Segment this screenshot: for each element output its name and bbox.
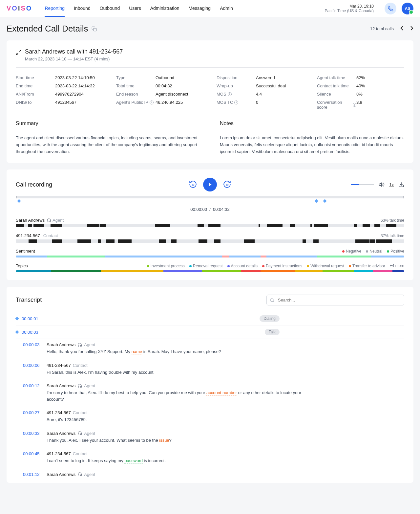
svg-text:10: 10 (226, 183, 228, 186)
highlight-keyword: name (132, 349, 142, 354)
transcript-line: 00:01:12 Sarah Andrews Agent (16, 469, 404, 483)
summary-title: Summary (16, 121, 200, 130)
rewind-icon: 10 (189, 180, 197, 189)
nav-users[interactable]: Users (129, 0, 141, 17)
line-time[interactable]: 00:00:12 (23, 383, 43, 402)
legend-item: Account details (227, 264, 258, 268)
line-time[interactable]: 00:00:03 (23, 342, 43, 355)
line-time[interactable]: 00:00:45 (23, 451, 43, 464)
total-calls: 12 total calls (370, 26, 394, 31)
line-time[interactable]: 00:00:06 (23, 363, 43, 376)
line-time[interactable]: 00:00:27 (23, 410, 43, 423)
line-text: I can't seem to log in. It keeps saying … (47, 458, 303, 464)
prev-call-button[interactable] (400, 26, 404, 32)
volume-icon[interactable] (379, 182, 385, 188)
transcript-card: Transcript 00:00:01Dialing00:00:03Talk 0… (7, 287, 413, 483)
play-button[interactable] (203, 178, 217, 191)
transcript-search-input[interactable] (266, 295, 404, 305)
meta-row: MOS i4.4 (217, 90, 304, 98)
summary-section: Summary The agent and client discussed v… (16, 121, 200, 155)
legend-item: Investment process (147, 264, 185, 268)
event-time[interactable]: 00:00:01 (22, 316, 41, 321)
sentiment-section: Sentiment NegativeNeutralPositive (16, 249, 404, 254)
transcript-event: 00:00:01Dialing (16, 312, 404, 325)
meta-row: Wrap-up Successful deal (217, 82, 304, 90)
meta-row: MOS TC i0 (217, 98, 304, 106)
nav-messaging[interactable]: Messaging (188, 0, 211, 17)
nav-administration[interactable]: Administration (150, 0, 179, 17)
playback-speed[interactable]: 1x (389, 182, 394, 187)
headset-icon (77, 384, 82, 388)
phone-button[interactable] (385, 3, 396, 14)
sentiment-bar (16, 256, 404, 257)
meta-row: Agent's Public IP i46.246.94.225 (116, 98, 203, 106)
meta-row: Total time 00:04:32 (116, 82, 203, 90)
nav-reporting[interactable]: Reporting (45, 0, 65, 17)
topics-more-link[interactable]: +4 more (390, 263, 404, 268)
recording-title: Call recording (16, 181, 52, 188)
highlight-keyword: issue (159, 438, 169, 443)
headset-icon (77, 343, 82, 347)
legend-item: Withdrawal request (307, 264, 344, 268)
rewind-10-button[interactable]: 10 (189, 180, 197, 190)
forward-10-button[interactable]: 10 (223, 180, 231, 190)
copy-icon[interactable] (92, 26, 97, 32)
agent-track: Sarah Andrews Agent 63% talk time (16, 218, 404, 227)
line-text: Hi Sarah, this is Alex. I'm having troub… (47, 369, 303, 376)
topics-section: Topics Investment processRemoval request… (16, 263, 404, 268)
meta-row: ANI/From 499976272904 (16, 90, 103, 98)
meta-row: End reason Agent disconnect (116, 90, 203, 98)
legend-item: Positive (387, 249, 404, 254)
transcript-line: 00:00:12 Sarah Andrews Agent I'm sorry t… (16, 380, 404, 407)
event-time[interactable]: 00:00:03 (22, 330, 41, 335)
time-display: Mar 23, 19:10 Pacific Time (US & Canada) (325, 4, 379, 13)
headset-icon (77, 472, 82, 477)
meta-row: End time 2023-03-22 14:14:32 (16, 82, 103, 90)
line-speaker: Sarah Andrews Agent (47, 383, 95, 388)
nav-admin[interactable]: Admin (220, 0, 233, 17)
line-text: Thank you, Alex. I see your account. Wha… (47, 437, 303, 444)
notes-body: Lorem ipsum dolor sit amet, consectetur … (220, 135, 404, 155)
meta-row: Agent talk time 52% (317, 74, 404, 82)
timeline-time: 00:00:00 / 00:04:32 (16, 207, 404, 212)
chevron-left-icon (400, 26, 404, 31)
meta-row: DNIS/To 491234567 (16, 98, 103, 106)
line-time[interactable]: 00:00:33 (23, 431, 43, 444)
svg-point-5 (270, 299, 273, 302)
nav-outbound[interactable]: Outbound (100, 0, 120, 17)
meta-row: Conversation score i3.9 (317, 98, 404, 111)
legend-item: Neutral (366, 249, 382, 254)
forward-icon: 10 (223, 180, 231, 189)
meta-row: Silence 8% (317, 90, 404, 98)
user-avatar[interactable]: AS (402, 3, 413, 14)
notes-title: Notes (220, 121, 404, 130)
chevron-right-icon (410, 26, 413, 31)
info-icon: i (228, 92, 232, 96)
topics-bar (16, 270, 404, 272)
transcript-line: 00:00:45 491-234-567 Contact I can't see… (16, 448, 404, 469)
svg-rect-0 (94, 28, 96, 31)
main-nav: Reporting Inbound Outbound Users Adminis… (45, 0, 233, 17)
search-icon (270, 298, 274, 302)
svg-marker-3 (379, 183, 382, 187)
line-text: Sure, it's 123456789. (47, 416, 303, 423)
call-subtitle: March 22, 2023 14:10 — 14:14 EST (4 mins… (25, 56, 123, 61)
headset-icon (77, 431, 82, 436)
transcript-line: 00:00:33 Sarah Andrews Agent Thank you, … (16, 428, 404, 448)
top-bar: VOISO Reporting Inbound Outbound Users A… (0, 0, 420, 17)
line-time[interactable]: 00:01:12 (23, 472, 43, 478)
next-call-button[interactable] (410, 26, 413, 32)
volume-slider[interactable] (351, 184, 374, 185)
download-icon[interactable] (398, 182, 404, 188)
call-direction-icon (16, 50, 22, 56)
notes-section: Notes Lorem ipsum dolor sit amet, consec… (220, 121, 404, 155)
nav-inbound[interactable]: Inbound (74, 0, 91, 17)
legend-item: Transfer to advisor (349, 264, 385, 268)
timeline[interactable]: 00:00:00 / 00:04:32 (16, 196, 404, 212)
page-header: Extended Call Details 12 total calls (7, 24, 413, 34)
headset-icon (47, 218, 51, 223)
line-speaker: 491-234-567 Contact (47, 451, 88, 456)
line-text: I'm sorry to hear that, Alex. I'll do my… (47, 390, 303, 402)
legend-item: Removal request (189, 264, 223, 268)
legend-item: Negative (342, 249, 361, 254)
